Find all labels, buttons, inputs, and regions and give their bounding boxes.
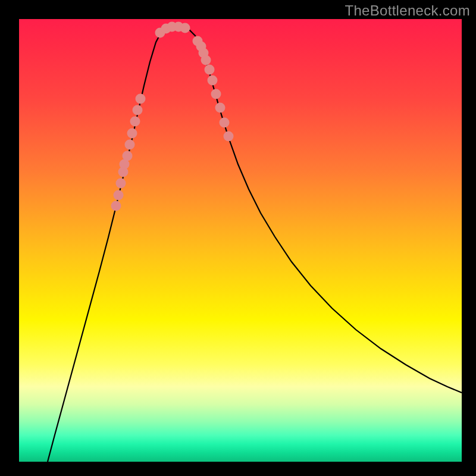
watermark-text: TheBottleneck.com xyxy=(345,2,470,19)
data-point xyxy=(133,105,143,115)
data-point xyxy=(215,103,226,113)
plot-area xyxy=(19,19,462,462)
bottleneck-curve-left xyxy=(48,27,177,462)
chart-svg xyxy=(19,19,462,462)
data-point xyxy=(116,178,126,189)
chart-frame: TheBottleneck.com xyxy=(0,0,476,476)
data-markers xyxy=(111,22,234,211)
data-point xyxy=(127,129,137,139)
data-point xyxy=(125,140,135,150)
data-point xyxy=(205,65,215,75)
data-point xyxy=(130,117,140,127)
data-point xyxy=(136,94,146,104)
data-point xyxy=(201,55,211,65)
bottleneck-curve-right xyxy=(177,27,462,393)
data-point xyxy=(114,190,124,201)
data-point xyxy=(111,201,121,211)
data-point xyxy=(211,89,221,99)
data-point xyxy=(220,118,230,128)
data-point xyxy=(224,131,234,142)
data-point xyxy=(180,23,190,33)
data-point xyxy=(208,76,218,86)
data-point xyxy=(123,151,133,161)
